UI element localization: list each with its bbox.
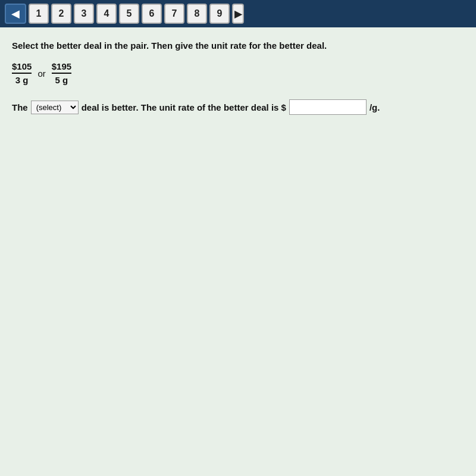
nav-label-8: 8 — [195, 8, 200, 19]
nav-button-8[interactable]: 8 — [187, 4, 207, 24]
nav-label-7: 7 — [172, 8, 177, 19]
fraction-1-numerator: $105 — [12, 61, 32, 74]
nav-button-7[interactable]: 7 — [164, 4, 184, 24]
nav-label-6: 6 — [149, 8, 155, 19]
fraction-2-numerator: $195 — [52, 61, 71, 74]
nav-button-3[interactable]: 3 — [74, 4, 94, 24]
nav-button-4[interactable]: 4 — [96, 4, 117, 24]
answer-prefix: The — [12, 102, 28, 112]
fraction-1: $105 3 g — [12, 61, 32, 85]
nav-label-5: 5 — [127, 8, 132, 19]
nav-button-2[interactable]: 2 — [51, 4, 71, 24]
answer-suffix: /g. — [369, 102, 380, 112]
fraction-2-denominator: 5 g — [55, 74, 68, 85]
back-button[interactable]: ◀ — [5, 4, 26, 24]
nav-button-5[interactable]: 5 — [119, 4, 139, 24]
fraction-row: $105 3 g or $195 5 g — [12, 61, 464, 85]
nav-label-9: 9 — [217, 8, 223, 19]
answer-middle: deal is better. The unit rate of the bet… — [82, 102, 286, 112]
back-icon: ◀ — [11, 7, 20, 20]
nav-more-button[interactable]: ▶ — [232, 4, 244, 24]
nav-label-2: 2 — [59, 8, 64, 19]
nav-button-1[interactable]: 1 — [29, 4, 49, 24]
nav-bar: ◀ 1 2 3 4 5 6 7 8 9 ▶ — [0, 0, 476, 27]
fraction-2: $195 5 g — [52, 61, 71, 85]
nav-label-1: 1 — [36, 8, 42, 19]
nav-button-9[interactable]: 9 — [209, 4, 230, 24]
nav-label-3: 3 — [82, 8, 87, 19]
answer-row: The (select) first second deal is better… — [12, 99, 464, 115]
nav-label-4: 4 — [104, 8, 109, 19]
content-area: Select the better deal in the pair. Then… — [0, 27, 476, 476]
fraction-1-denominator: 3 g — [15, 74, 29, 85]
nav-more-icon: ▶ — [234, 8, 242, 20]
deal-select[interactable]: (select) first second — [31, 101, 79, 114]
nav-button-6[interactable]: 6 — [142, 4, 162, 24]
unit-rate-input[interactable] — [289, 99, 367, 115]
instruction-text: Select the better deal in the pair. Then… — [12, 39, 464, 52]
or-text: or — [37, 68, 45, 79]
